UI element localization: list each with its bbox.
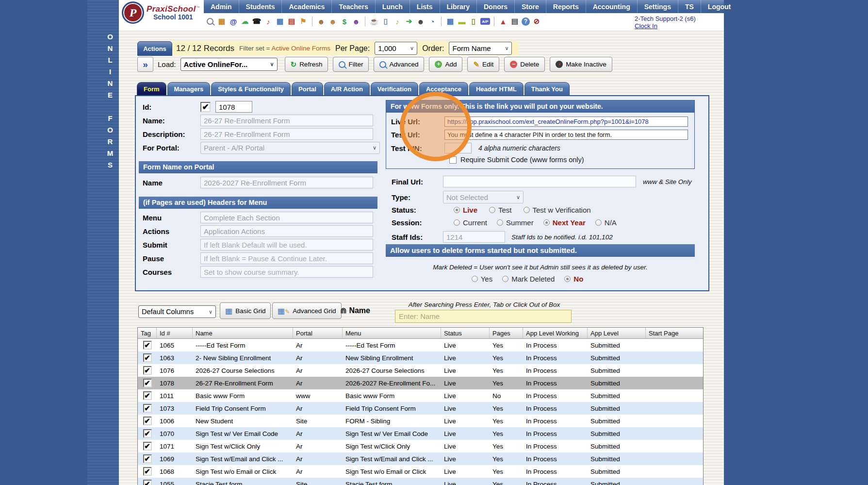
pause-input[interactable]	[200, 252, 373, 264]
table-row[interactable]: ✔1070Sign Test w/ Ver Email CodeArSign T…	[138, 427, 703, 440]
nav-academics[interactable]: Academics	[281, 0, 331, 13]
delete-mode-option-mark-deleted[interactable]: Mark Deleted	[502, 275, 555, 283]
require-submit-checkbox[interactable]	[449, 156, 457, 164]
card-icon[interactable]: ▬	[457, 17, 467, 26]
add-button[interactable]: +Add	[429, 57, 462, 72]
type-select[interactable]: Not Selected∨	[443, 191, 524, 203]
tag-checkbox[interactable]: ✔	[143, 391, 152, 400]
nav-library[interactable]: Library	[440, 0, 476, 13]
tab-acceptance[interactable]: Acceptance	[419, 82, 468, 95]
delete-mode-option-no[interactable]: No	[564, 275, 583, 283]
help-icon[interactable]: ?	[522, 17, 530, 26]
tag-checkbox[interactable]: ✔	[143, 404, 152, 413]
session-radio-summer[interactable]	[497, 219, 503, 226]
nav-lists[interactable]: Lists	[409, 0, 440, 13]
tab-portal[interactable]: Portal	[292, 82, 323, 95]
nav-accounting[interactable]: Accounting	[586, 0, 637, 13]
tag-checkbox[interactable]: ✔	[143, 480, 152, 485]
session-radio-n-a[interactable]	[595, 219, 602, 226]
delete-mode-radio-no[interactable]	[564, 276, 571, 282]
table-row[interactable]: ✔1011Basic www FormwwwBasic www FormLive…	[138, 389, 703, 402]
table-row[interactable]: ✔1071Sign Test w/Click OnlyArSign Test w…	[138, 440, 703, 452]
tab-thank-you[interactable]: Thank You	[524, 82, 570, 95]
session-radio-next-year[interactable]	[543, 219, 550, 226]
load-select[interactable]: Active OnlineFor...∨	[180, 58, 278, 71]
tag-checkbox[interactable]: ✔	[143, 429, 152, 438]
pdf-icon[interactable]: ▲	[498, 17, 508, 26]
id-checkbox[interactable]: ✔	[200, 102, 211, 112]
alert-icon[interactable]: ⊘	[532, 17, 541, 26]
tab-managers[interactable]: Managers	[167, 82, 211, 95]
advanced-grid-button[interactable]: ▦✎ Advanced Grid	[272, 302, 342, 319]
grid-icon[interactable]: ▦	[445, 17, 455, 26]
delete-mode-radio-yes[interactable]	[472, 276, 478, 282]
tag-checkbox[interactable]: ✔	[143, 442, 152, 451]
session-option-n-a[interactable]: N/A	[595, 218, 617, 227]
per-page-select[interactable]: 1,000∨	[375, 42, 417, 55]
status-option-test-w-verification[interactable]: Test w Verification	[524, 206, 591, 214]
calendar-icon[interactable]: ▤	[287, 17, 296, 26]
nav-admin[interactable]: Admin	[204, 0, 239, 13]
column-header-id[interactable]: Id #	[157, 328, 193, 338]
table-row[interactable]: ✔1069Sign Test w/Email and Click ...ArSi…	[138, 452, 703, 465]
tab-styles-functionality[interactable]: Styles & Functionality	[211, 82, 291, 95]
table-row[interactable]: ✔1068Sign Test w/o Email or ClickArSign …	[138, 465, 703, 478]
search-icon[interactable]	[205, 17, 215, 26]
nav-lunch[interactable]: Lunch	[375, 0, 409, 13]
nav-donors[interactable]: Donors	[476, 0, 514, 13]
people-icon[interactable]: ☻	[351, 17, 361, 26]
clock-icon[interactable]: ◔	[427, 17, 437, 26]
table-row[interactable]: ✔1065-----Ed Test FormAr-----Ed Test For…	[138, 339, 703, 351]
tag-checkbox[interactable]: ✔	[143, 467, 152, 476]
name-search-input[interactable]	[395, 310, 572, 323]
column-header-app-level[interactable]: App Level	[588, 328, 646, 338]
session-option-current[interactable]: Current	[454, 218, 487, 227]
delete-button[interactable]: −Delete	[504, 57, 545, 72]
menu-input[interactable]	[200, 212, 373, 223]
add-person-icon[interactable]: ☻	[316, 17, 326, 26]
test-url-input[interactable]	[444, 130, 688, 140]
table-row[interactable]: ✔10632- New Sibling EnrollmentArNew Sibl…	[138, 351, 703, 364]
portal-name-input[interactable]	[200, 177, 373, 188]
table-row[interactable]: ✔1006New StudentSiteFORM - SiblingLiveYe…	[138, 415, 703, 427]
test-pin-input[interactable]	[444, 143, 472, 153]
megaphone-icon[interactable]: ⚑	[298, 17, 308, 26]
columns-select[interactable]: Default Columns∨	[138, 305, 216, 318]
status-radio-live[interactable]	[454, 207, 460, 213]
tag-checkbox[interactable]: ✔	[143, 366, 152, 375]
email-icon[interactable]: @	[229, 17, 238, 26]
name-input[interactable]	[200, 115, 373, 126]
tag-checkbox[interactable]: ✔	[143, 353, 152, 362]
phone-icon[interactable]: ☎	[252, 17, 262, 26]
tab-verification[interactable]: Verification	[371, 82, 418, 95]
edit-button[interactable]: ✎Edit	[467, 57, 499, 72]
basic-grid-button[interactable]: ▦ Basic Grid	[220, 302, 271, 319]
horn-icon[interactable]: ♪	[393, 17, 402, 26]
tab-header-html[interactable]: Header HTML	[469, 82, 524, 95]
table-row[interactable]: ✔107826-27 Re-Enrollment FormAr2026-2027…	[138, 377, 703, 389]
description-input[interactable]	[200, 128, 373, 140]
print-icon[interactable]: ▤	[510, 17, 520, 26]
column-header-pages[interactable]: Pages	[490, 328, 523, 338]
actions-button[interactable]: Actions	[137, 41, 172, 56]
badge-icon[interactable]: ▯	[469, 17, 478, 26]
for-portal-select[interactable]: Parent - A/R Portal∨	[200, 142, 380, 154]
column-header-app-level-working[interactable]: App Level Working	[523, 328, 588, 338]
tab-a-r-action[interactable]: A/R Action	[324, 82, 370, 95]
session-option-next-year[interactable]: Next Year	[543, 218, 586, 227]
speaker-icon[interactable]: ♪	[263, 17, 273, 26]
table-row[interactable]: ✔1073Field Trip Consent FormArField Trip…	[138, 402, 703, 415]
locker-icon[interactable]: ▯	[381, 17, 391, 26]
actions-input[interactable]	[200, 225, 373, 237]
chat-icon[interactable]: ☁	[240, 17, 250, 26]
nav-reports[interactable]: Reports	[546, 0, 586, 13]
nav-store[interactable]: Store	[514, 0, 546, 13]
delete-mode-radio-mark-deleted[interactable]	[502, 276, 508, 282]
nav-settings[interactable]: Settings	[637, 0, 678, 13]
column-header-status[interactable]: Status	[441, 328, 490, 338]
tab-form[interactable]: Form	[137, 82, 166, 95]
filter-button[interactable]: Filter	[333, 57, 369, 72]
ap-icon[interactable]: A/P	[480, 17, 490, 26]
status-option-live[interactable]: Live	[454, 206, 477, 214]
tag-checkbox[interactable]: ✔	[143, 454, 152, 463]
